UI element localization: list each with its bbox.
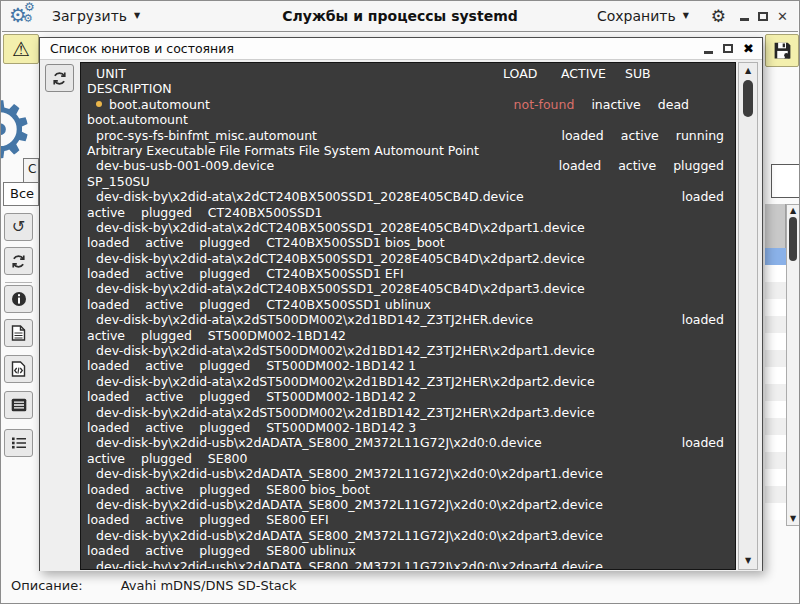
close-button[interactable]: ✕ [777, 10, 788, 23]
table-row[interactable] [765, 299, 786, 316]
unit-list-row: SP_150SU [87, 174, 727, 189]
scroll-down-icon[interactable]: ▼ [739, 557, 757, 565]
list-icon [11, 398, 27, 412]
info-icon [11, 291, 27, 307]
unit-text: SP_150SU [87, 174, 150, 189]
sidebar-button-info[interactable] [4, 285, 33, 313]
table-row[interactable] [765, 401, 786, 418]
unit-status: loaded [682, 435, 724, 450]
unit-text: loaded [87, 420, 129, 435]
unit-status-columns: not-foundinactivedead [497, 97, 727, 112]
scroll-down-icon[interactable]: ▼ [787, 515, 799, 523]
unit-text: dev-disk-by\x2did-ata\x2dST500DM002\x2d1… [96, 312, 533, 327]
unit-status: running [676, 128, 724, 143]
unit-list[interactable]: UNITLOADACTIVESUBDESCRIPTIONboot.automou… [80, 62, 736, 570]
minimize-button[interactable] [740, 18, 749, 21]
unit-list-row: loadedactivepluggedST500DM002-1BD142 2 [87, 389, 727, 404]
table-row[interactable] [765, 486, 786, 503]
description-label: Описание: [11, 578, 83, 593]
table-row[interactable] [765, 350, 786, 367]
table-row[interactable] [765, 265, 786, 282]
sidebar-button-log[interactable] [4, 319, 33, 347]
unit-list-row: dev-disk-by\x2did-usb\x2dADATA_SE800_2M3… [87, 559, 727, 571]
unit-text: plugged [141, 205, 192, 220]
dialog-maximize-button[interactable] [723, 44, 733, 53]
warning-button[interactable]: ⚠ [3, 34, 39, 64]
table-row[interactable] [765, 384, 786, 401]
load-menu-label: Загрузить [52, 8, 127, 24]
unit-list-row: dev-disk-by\x2did-ata\x2dCT240BX500SSD1_… [87, 220, 727, 235]
unit-status-columns: loaded [665, 435, 727, 450]
dialog-minimize-button[interactable] [704, 51, 713, 54]
table-row[interactable] [765, 333, 786, 350]
table-row[interactable] [765, 367, 786, 384]
dialog-refresh-button[interactable] [45, 64, 74, 92]
unit-text: loaded [87, 266, 129, 281]
unit-list-row: loadedactivepluggedST500DM002-1BD142 1 [87, 358, 727, 373]
unit-text: active [145, 358, 183, 373]
maximize-button[interactable] [758, 12, 768, 21]
table-row[interactable] [765, 469, 786, 486]
dialog-titlebar[interactable]: Список юнитов и состояния ✖ [40, 38, 762, 60]
table-row[interactable] [765, 503, 786, 520]
sidebar-button-units[interactable] [4, 429, 33, 457]
table-row[interactable] [765, 282, 786, 299]
unit-text: active [145, 297, 183, 312]
unit-list-row: dev-disk-by\x2did-usb\x2dADATA_SE800_2M3… [87, 466, 727, 481]
tab-services[interactable]: С [23, 158, 39, 182]
scroll-up-icon[interactable]: ▲ [739, 67, 757, 75]
unit-text: plugged [199, 266, 250, 281]
unit-status-columns: loadedactiverunning [544, 128, 727, 143]
unit-status-columns: loadedactiveplugged [542, 158, 727, 173]
unit-list-row: activepluggedSE800 [87, 451, 727, 466]
settings-gear-icon[interactable]: ⚙ [711, 8, 726, 25]
sidebar-button-refresh[interactable] [4, 247, 33, 275]
scrollbar-thumb[interactable] [789, 217, 797, 261]
save-menu-label: Сохранить [597, 8, 676, 24]
unit-text: CT240BX500SSD1 bios_boot [266, 235, 445, 250]
unit-list-row: Arbitrary Executable File Formats File S… [87, 143, 727, 158]
gear-icon: ⚙ [23, 12, 33, 25]
unit-text: loaded [87, 389, 129, 404]
unit-list-row: dev-disk-by\x2did-usb\x2dADATA_SE800_2M3… [87, 528, 727, 543]
unit-text: boot.automount [109, 97, 210, 112]
unit-text: active [145, 389, 183, 404]
unit-status-columns: LOADACTIVESUB [503, 66, 727, 81]
unit-text: plugged [199, 482, 250, 497]
sidebar-button-xml[interactable] [4, 355, 33, 383]
table-row[interactable] [765, 452, 786, 469]
unit-status: active [618, 158, 656, 173]
units-table-scrollbar[interactable]: ▲ ▼ [786, 204, 800, 526]
save-menu-button[interactable]: Сохранить ▼ [589, 4, 697, 28]
units-dialog: Список юнитов и состояния ✖ UNITLOADACTI… [39, 37, 763, 571]
unit-status: plugged [673, 158, 724, 173]
table-row[interactable] [765, 435, 786, 452]
unit-list-row: dev-disk-by\x2did-ata\x2dST500DM002\x2d1… [87, 405, 727, 420]
unit-text: dev-disk-by\x2did-usb\x2dADATA_SE800_2M3… [96, 528, 603, 543]
unit-status: active [621, 128, 659, 143]
scroll-up-icon[interactable]: ▲ [787, 207, 799, 215]
sidebar-separator [5, 282, 32, 283]
unit-text: loaded [87, 358, 129, 373]
unit-text: plugged [199, 543, 250, 558]
table-row[interactable] [765, 316, 786, 333]
unit-list-scrollbar[interactable]: ▲ ▼ [738, 62, 758, 570]
unit-text: CT240BX500SSD1 EFI [266, 266, 403, 281]
warning-icon: ⚠ [12, 39, 30, 59]
main-window: ⚙ ⚙ ⚙ Загрузить ▼ Службы и процессы syst… [0, 0, 800, 604]
load-menu-button[interactable]: Загрузить ▼ [44, 4, 148, 28]
unit-text: dev-disk-by\x2did-usb\x2dADATA_SE800_2M3… [96, 559, 603, 571]
unit-text: active [145, 420, 183, 435]
save-file-button[interactable] [765, 34, 799, 67]
units-table-selected-row[interactable] [765, 248, 786, 265]
unit-text: plugged [199, 297, 250, 312]
table-row[interactable] [765, 418, 786, 435]
unit-text: plugged [199, 420, 250, 435]
sidebar-button-history[interactable]: ↺ [4, 213, 33, 241]
sidebar-button-list[interactable] [4, 391, 33, 419]
unit-list-row: loadedactivepluggedCT240BX500SSD1 bios_b… [87, 235, 727, 250]
unit-text: plugged [141, 451, 192, 466]
filter-select[interactable]: Все [3, 182, 39, 206]
scrollbar-thumb[interactable] [743, 80, 753, 117]
dialog-close-button[interactable]: ✖ [743, 42, 754, 55]
